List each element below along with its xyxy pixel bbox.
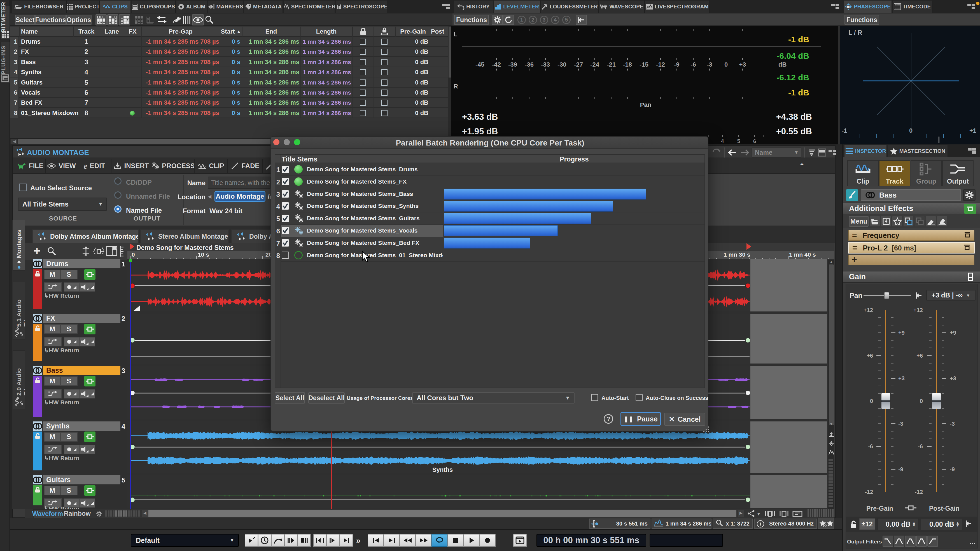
svg-text:+1: +1	[969, 127, 976, 134]
svg-text:0: 0	[909, 127, 913, 134]
svg-text:-1: -1	[842, 127, 847, 134]
